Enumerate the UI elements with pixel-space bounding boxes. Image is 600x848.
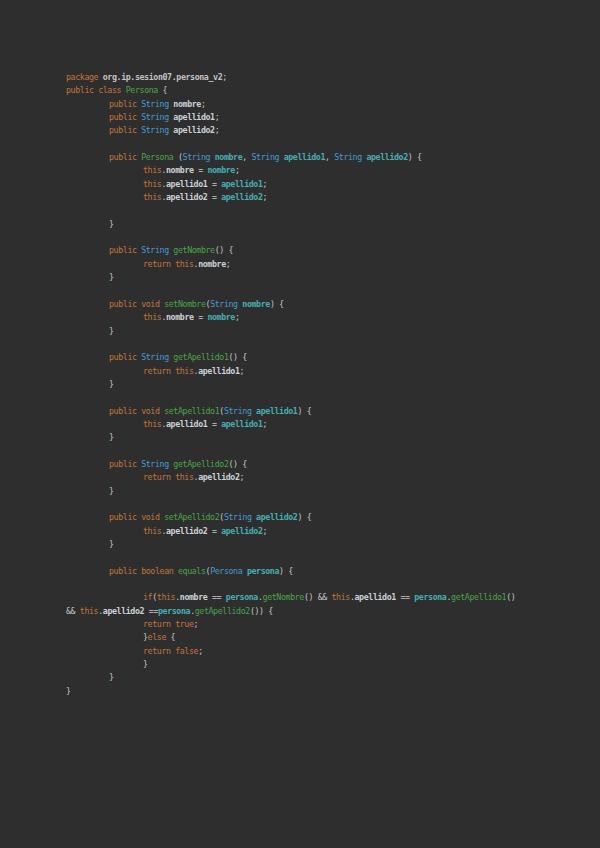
code-token-declaration-or-call: getApellido2 <box>173 459 228 469</box>
code-token-declaration-or-call: Persona <box>141 152 178 162</box>
code-token-punctuation-operator: == <box>207 592 225 602</box>
code-token-type: String <box>141 99 173 109</box>
code-area[interactable]: package org.ip.sesion07.persona_v2;publi… <box>0 71 600 698</box>
code-token-declaration-or-call: Persona <box>126 85 163 95</box>
code-token-punctuation-operator: () && <box>304 592 332 602</box>
code-token-field: nombre <box>198 259 226 269</box>
code-line-blank <box>0 204 600 217</box>
code-token-type: String <box>141 112 173 122</box>
code-token-punctuation-operator: = <box>207 526 221 536</box>
code-token-field: apellido1 <box>173 112 214 122</box>
code-token-punctuation-operator: ; <box>240 472 245 482</box>
code-token-punctuation-operator: = <box>207 192 221 202</box>
code-token-parameter-or-variable: apellido1 <box>284 152 325 162</box>
code-token-keyword: public <box>109 352 141 362</box>
code-token-field: apellido1 <box>166 179 207 189</box>
code-token-punctuation-operator: } <box>109 432 114 442</box>
code-token-declaration-or-call: setApellido1 <box>164 406 219 416</box>
code-token-punctuation-operator: ; <box>240 366 245 376</box>
code-token-parameter-or-variable: apellido1 <box>221 419 262 429</box>
code-token-field: apellido1 <box>166 419 207 429</box>
code-token-punctuation-operator: ) { <box>270 299 284 309</box>
code-token-punctuation-operator: ; <box>263 192 268 202</box>
code-token-punctuation-operator: () { <box>229 352 247 362</box>
code-token-keyword: public void <box>109 299 164 309</box>
code-line: return false; <box>0 645 600 658</box>
code-token-punctuation-operator: == <box>144 606 158 616</box>
code-token-keyword: return this <box>143 259 194 269</box>
code-token-keyword: return this <box>143 366 194 376</box>
code-token-punctuation-operator: ; <box>215 112 220 122</box>
code-token-punctuation-operator: } <box>143 659 148 669</box>
code-line-blank <box>0 445 600 458</box>
code-line: if(this.nombre == persona.getNombre() &&… <box>0 591 600 604</box>
code-token-parameter-or-variable: persona <box>414 592 446 602</box>
code-token-parameter-or-variable: apellido1 <box>256 406 297 416</box>
code-token-declaration-or-call: getApellido2 <box>195 606 250 616</box>
code-token-keyword: public <box>109 459 141 469</box>
code-token-field: apellido2 <box>166 526 207 536</box>
code-token-declaration-or-call: getNombre <box>173 245 214 255</box>
code-token-parameter-or-variable: apellido2 <box>221 526 262 536</box>
code-token-type: String <box>224 406 256 416</box>
code-line: } <box>0 658 600 671</box>
code-line: && this.apellido2 ==persona.getApellido2… <box>0 605 600 618</box>
code-token-punctuation-operator: ; <box>263 526 268 536</box>
code-token-punctuation-operator: , <box>325 152 334 162</box>
code-token-parameter-or-variable: persona <box>158 606 190 616</box>
code-token-keyword: this <box>332 592 350 602</box>
code-token-punctuation-operator: ) { <box>279 566 293 576</box>
code-token-keyword: this <box>143 165 161 175</box>
code-line: } <box>0 271 600 284</box>
code-line-blank <box>0 578 600 591</box>
code-line: this.apellido2 = apellido2; <box>0 525 600 538</box>
code-line: public String getNombre() { <box>0 244 600 257</box>
code-line: this.nombre = nombre; <box>0 311 600 324</box>
code-line: public String apellido1; <box>0 111 600 124</box>
code-token-punctuation-operator: () { <box>229 459 247 469</box>
code-token-punctuation-operator: { <box>166 632 175 642</box>
editor-background: { "editor": { "language_hint": "Java", "… <box>0 0 600 848</box>
code-token-keyword: this <box>143 192 161 202</box>
code-token-keyword: return true <box>143 619 194 629</box>
code-token-punctuation-operator: ()) { <box>250 606 273 616</box>
code-line: public String nombre; <box>0 98 600 111</box>
code-token-punctuation-operator: } <box>109 539 114 549</box>
code-token-field: apellido2 <box>198 472 239 482</box>
code-line-blank <box>0 391 600 404</box>
code-token-punctuation-operator: = <box>194 312 208 322</box>
code-token-punctuation-operator: ; <box>235 165 240 175</box>
code-token-keyword: public boolean <box>109 566 178 576</box>
code-line: } <box>0 671 600 684</box>
code-token-parameter-or-variable: nombre <box>215 152 243 162</box>
code-token-punctuation-operator: } <box>109 272 114 282</box>
code-token-punctuation-operator: ; <box>222 72 227 82</box>
code-token-type: String <box>334 152 366 162</box>
code-line: public void setApellido1(String apellido… <box>0 405 600 418</box>
code-line-blank <box>0 285 600 298</box>
code-token-type: String <box>224 512 256 522</box>
code-token-keyword: return this <box>143 472 194 482</box>
code-token-keyword: package <box>66 72 103 82</box>
code-token-type: String <box>141 352 173 362</box>
code-line: public class Persona { <box>0 84 600 97</box>
code-line-blank <box>0 551 600 564</box>
code-token-type: String <box>141 125 173 135</box>
code-token-declaration-or-call: getApellido1 <box>451 592 506 602</box>
code-line: }else { <box>0 631 600 644</box>
code-line: } <box>0 431 600 444</box>
code-token-parameter-or-variable: persona <box>247 566 279 576</box>
code-token-keyword: public <box>109 152 141 162</box>
code-token-punctuation-operator: ; <box>263 419 268 429</box>
code-line: package org.ip.sesion07.persona_v2; <box>0 71 600 84</box>
code-token-type: String <box>141 459 173 469</box>
code-token-keyword: this <box>143 179 161 189</box>
code-token-keyword: this <box>80 606 98 616</box>
code-token-punctuation-operator: } <box>109 326 114 336</box>
code-token-punctuation-operator: } <box>109 486 114 496</box>
code-token-type: String <box>183 152 215 162</box>
code-line-blank <box>0 138 600 151</box>
code-token-keyword: else <box>148 632 166 642</box>
code-line: this.apellido1 = apellido1; <box>0 178 600 191</box>
code-token-punctuation-operator: ; <box>226 259 231 269</box>
